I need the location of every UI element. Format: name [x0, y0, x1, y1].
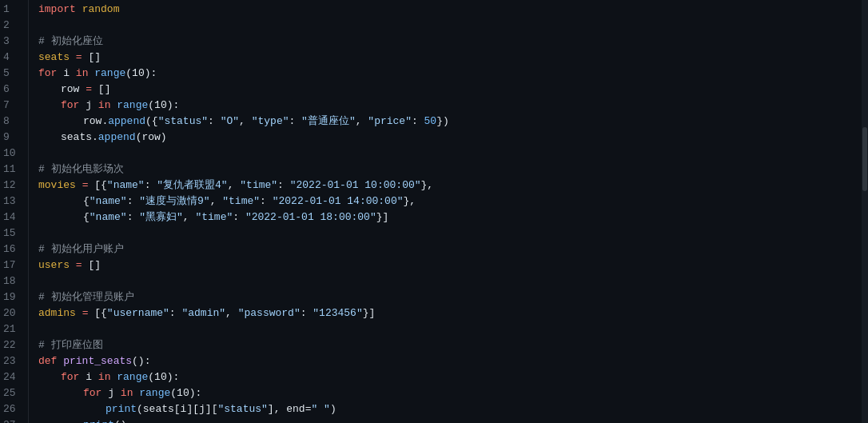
- code-line: # 初始化用户账户: [38, 241, 862, 257]
- token-white: :: [169, 305, 182, 321]
- token-white: {: [83, 210, 90, 225]
- code-line: [38, 273, 862, 289]
- token-kw: in: [121, 385, 133, 401]
- token-yellow: movies: [38, 178, 76, 194]
- line-number: 4: [3, 50, 22, 66]
- scrollbar[interactable]: [862, 0, 868, 423]
- token-white: }]: [376, 210, 389, 225]
- token-white: [92, 98, 98, 114]
- token-white: ({: [145, 114, 158, 130]
- token-white: :: [208, 114, 221, 130]
- code-line: users = []: [38, 257, 862, 273]
- token-white: ,: [183, 210, 196, 225]
- token-white: row: [61, 82, 79, 98]
- token-white: }): [436, 114, 449, 130]
- token-str: "普通座位": [301, 114, 356, 130]
- token-op: =: [76, 257, 82, 273]
- token-white: [{: [88, 178, 106, 194]
- token-white: :: [233, 210, 245, 225]
- token-builtin: range: [117, 369, 148, 385]
- line-number: 11: [3, 162, 22, 178]
- token-str: "time": [240, 178, 277, 194]
- line-number: 22: [3, 337, 22, 353]
- token-fn: print_seats: [63, 353, 132, 369]
- line-numbers: 1234567891011121314151617181920212223242…: [0, 0, 29, 423]
- token-kw: for: [61, 98, 79, 114]
- token-kw: for: [38, 66, 57, 82]
- line-number: 26: [3, 401, 22, 417]
- token-white: [79, 82, 86, 98]
- token-white: [102, 385, 108, 401]
- token-yellow: admins: [38, 305, 76, 321]
- token-white: ,: [225, 305, 238, 321]
- line-number: 24: [3, 369, 22, 385]
- token-white: :: [301, 305, 313, 321]
- code-line: def print_seats():: [38, 353, 862, 369]
- token-comment: # 打印座位图: [38, 337, 103, 353]
- code-line: {"name": "速度与激情9", "time": "2022-01-01 1…: [38, 194, 862, 210]
- token-str: "type": [252, 114, 289, 130]
- token-white: (10):: [148, 98, 179, 114]
- token-yellow: random: [82, 2, 120, 18]
- token-white: [82, 257, 89, 273]
- token-builtin: print: [106, 401, 137, 417]
- code-area[interactable]: import random # 初始化座位seats = []for i in …: [29, 0, 862, 423]
- code-line: # 初始化电影场次: [38, 162, 862, 178]
- token-white: [110, 369, 117, 385]
- token-kw: in: [98, 369, 111, 385]
- line-number: 20: [3, 305, 22, 321]
- token-str: "name": [90, 194, 127, 210]
- line-number: 18: [3, 273, 22, 289]
- token-white: [82, 50, 89, 66]
- token-str: "复仇者联盟4": [157, 178, 227, 194]
- token-str: "time": [195, 210, 233, 225]
- token-white: [57, 66, 63, 82]
- token-white: row.: [83, 114, 108, 130]
- token-white: (row): [136, 130, 167, 146]
- token-white: [70, 66, 76, 82]
- token-white: :: [412, 114, 424, 130]
- line-number: 13: [3, 194, 22, 210]
- token-str: "price": [368, 114, 412, 130]
- token-white: (10):: [170, 385, 201, 401]
- token-kw: for: [83, 385, 102, 401]
- line-number: 21: [3, 321, 22, 337]
- token-str: "速度与激情9": [139, 194, 209, 210]
- token-white: [70, 50, 76, 66]
- token-white: j: [108, 385, 114, 401]
- token-white: :: [289, 114, 302, 130]
- token-white: [79, 98, 86, 114]
- token-white: [70, 257, 76, 273]
- token-kw: for: [61, 369, 79, 385]
- token-white: []: [98, 82, 111, 98]
- code-line: print(seats[i][j]["status"], end=" "): [38, 401, 862, 417]
- token-white: ,: [228, 178, 241, 194]
- scrollbar-thumb[interactable]: [862, 127, 867, 191]
- token-white: j: [86, 98, 92, 114]
- token-white: {: [83, 194, 90, 210]
- line-number: 14: [3, 210, 22, 225]
- token-builtin: range: [117, 98, 148, 114]
- token-white: },: [404, 194, 416, 210]
- token-comment: # 初始化座位: [38, 34, 103, 50]
- code-line: [38, 321, 862, 337]
- line-number: 5: [3, 66, 22, 82]
- token-white: [92, 369, 98, 385]
- token-white: :: [277, 178, 290, 194]
- token-op: =: [82, 178, 89, 194]
- code-line: print(): [38, 417, 862, 423]
- token-str: "name": [90, 210, 127, 225]
- code-line: seats = []: [38, 50, 862, 66]
- token-op: =: [86, 82, 92, 98]
- token-white: i: [63, 66, 70, 82]
- code-line: [38, 225, 862, 241]
- line-number: 12: [3, 178, 22, 194]
- token-white: ,: [210, 194, 223, 210]
- token-white: :: [127, 210, 140, 225]
- code-line: movies = [{"name": "复仇者联盟4", "time": "20…: [38, 178, 862, 194]
- token-builtin: append: [108, 114, 145, 130]
- token-str: "time": [222, 194, 260, 210]
- line-number: 23: [3, 353, 22, 369]
- code-line: [38, 18, 862, 34]
- token-str: " ": [311, 401, 329, 417]
